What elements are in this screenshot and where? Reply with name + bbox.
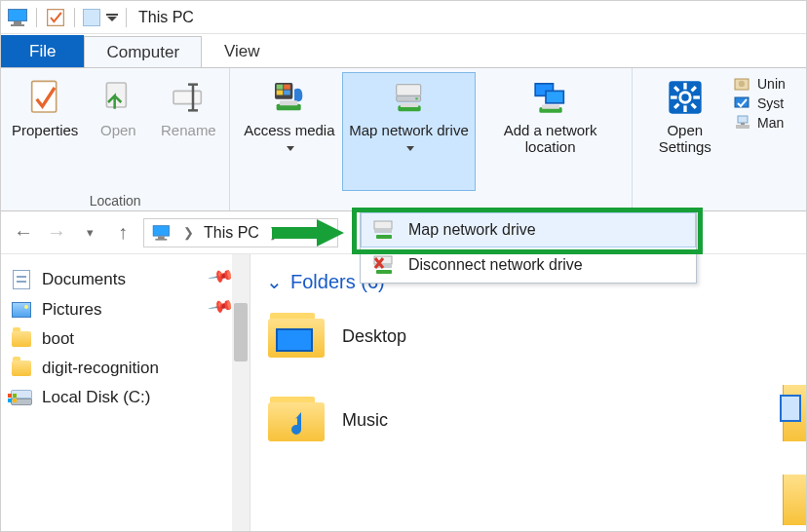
uninstall-label: Unin (757, 76, 786, 92)
ribbon-group-label-network (236, 191, 625, 209)
system-properties-button[interactable]: Syst (734, 95, 798, 111)
rename-label: Rename (161, 122, 216, 138)
properties-icon (25, 77, 64, 118)
tab-file[interactable]: File (1, 35, 84, 67)
menu-item-map-network-drive[interactable]: Map network drive (361, 212, 696, 247)
qat-properties-icon[interactable] (45, 7, 66, 28)
sidebar-item-documents[interactable]: Documents 📌 (7, 264, 244, 294)
svg-rect-45 (376, 270, 392, 274)
rename-button[interactable]: Rename (153, 72, 223, 191)
pictures-icon (11, 300, 32, 320)
folder-icon (11, 359, 32, 378)
svg-point-16 (415, 97, 418, 100)
documents-icon (11, 270, 32, 289)
manage-label: Man (757, 115, 784, 131)
uninstall-button[interactable]: Unin (734, 76, 798, 92)
separator (74, 8, 75, 27)
ribbon: Properties Open Rename Location (1, 67, 806, 211)
svg-rect-38 (736, 125, 749, 129)
nav-forward-button[interactable]: → (44, 220, 69, 246)
map-network-drive-icon-small (371, 219, 397, 241)
menu-item-label: Map network drive (408, 221, 536, 239)
svg-point-33 (681, 94, 689, 101)
access-media-label: Access media (241, 122, 337, 156)
folder-grid: Music (266, 395, 790, 445)
folder-item-music[interactable]: Music (266, 395, 388, 445)
folder-label: Desktop (342, 326, 406, 347)
qat-item-icon[interactable] (83, 9, 100, 26)
properties-button[interactable]: Properties (7, 72, 83, 191)
sidebar-item-local-disk-c[interactable]: Local Disk (C:) (7, 383, 244, 412)
menu-item-disconnect-network-drive[interactable]: Disconnect network drive (361, 247, 696, 283)
svg-rect-37 (738, 116, 748, 123)
access-media-button[interactable]: Access media (236, 72, 342, 191)
main-area: Documents 📌 Pictures 📌 boot digit-recogn… (1, 254, 806, 532)
svg-rect-42 (376, 235, 392, 239)
sidebar-item-pictures[interactable]: Pictures 📌 (7, 294, 244, 324)
chevron-right-icon[interactable]: ❯ (269, 225, 280, 240)
sidebar-item-label: Local Disk (C:) (42, 388, 150, 407)
sidebar-item-label: digit-recognition (42, 359, 159, 378)
qat-customize-button[interactable] (106, 14, 118, 21)
add-network-location-label: Add a network location (480, 122, 621, 156)
nav-up-button[interactable]: ↑ (110, 220, 135, 246)
disconnect-network-drive-icon (371, 254, 397, 276)
sidebar-scrollbar[interactable] (232, 254, 250, 532)
scrollbar-thumb[interactable] (234, 303, 248, 361)
svg-rect-9 (284, 85, 290, 90)
svg-rect-22 (541, 105, 558, 109)
ribbon-group-label-location: Location (7, 191, 223, 209)
window-title: This PC (134, 9, 194, 26)
ribbon-group-network: Access media Map network drive (230, 68, 632, 210)
folder-item-desktop[interactable]: Desktop (266, 311, 406, 361)
title-bar: This PC (1, 1, 806, 34)
folder-grid: Desktop (266, 311, 790, 361)
chevron-right-icon[interactable]: ❯ (183, 225, 194, 240)
svg-rect-20 (546, 91, 563, 103)
tab-view[interactable]: View (202, 35, 283, 67)
nav-back-button[interactable]: ← (11, 220, 36, 246)
svg-point-35 (739, 81, 745, 87)
sidebar-item-digit-recognition[interactable]: digit-recognition (7, 354, 244, 383)
ribbon-group-location: Properties Open Rename Location (1, 68, 230, 210)
sidebar-item-label: Pictures (42, 300, 101, 320)
folder-label: Music (342, 410, 388, 431)
open-button[interactable]: Open (83, 72, 153, 191)
svg-rect-8 (276, 85, 283, 90)
manage-button[interactable]: Man (734, 115, 798, 131)
open-icon (98, 77, 137, 118)
svg-rect-10 (276, 91, 283, 95)
breadcrumb-segment[interactable]: This PC (204, 224, 259, 242)
system-properties-icon (734, 95, 751, 111)
sidebar-item-boot[interactable]: boot (7, 324, 244, 354)
folder-icon-music (266, 395, 328, 445)
open-settings-label: Open Settings (643, 122, 727, 156)
address-bar[interactable]: ❯ This PC ❯ (143, 218, 338, 247)
map-network-drive-label: Map network drive (347, 122, 471, 156)
add-network-location-button[interactable]: Add a network location (476, 72, 626, 191)
menu-item-label: Disconnect network drive (408, 256, 583, 274)
folder-icon (11, 329, 32, 349)
tab-computer[interactable]: Computer (84, 36, 202, 68)
open-label: Open (100, 122, 136, 138)
svg-rect-3 (173, 91, 201, 103)
svg-rect-0 (48, 9, 64, 25)
separator (36, 8, 37, 27)
system-properties-label: Syst (757, 95, 784, 111)
folder-item-partial[interactable] (783, 385, 806, 441)
uninstall-icon (734, 76, 751, 92)
open-settings-button[interactable]: Open Settings (638, 72, 732, 191)
svg-rect-1 (32, 81, 57, 112)
ribbon-group-system: Open Settings Unin Syst (633, 68, 806, 210)
system-small-list: Unin Syst Man (732, 72, 800, 191)
folder-item-partial[interactable] (783, 475, 806, 525)
nav-recent-button[interactable]: ▾ (77, 220, 102, 246)
folder-icon-desktop (266, 311, 328, 361)
ribbon-group-label-system (638, 191, 800, 209)
svg-rect-41 (374, 229, 392, 233)
this-pc-icon-small (152, 225, 171, 240)
access-media-icon (270, 77, 309, 118)
map-network-drive-button[interactable]: Map network drive (342, 72, 476, 191)
sidebar-item-label: Documents (42, 270, 126, 289)
sidebar-item-label: boot (42, 329, 74, 349)
